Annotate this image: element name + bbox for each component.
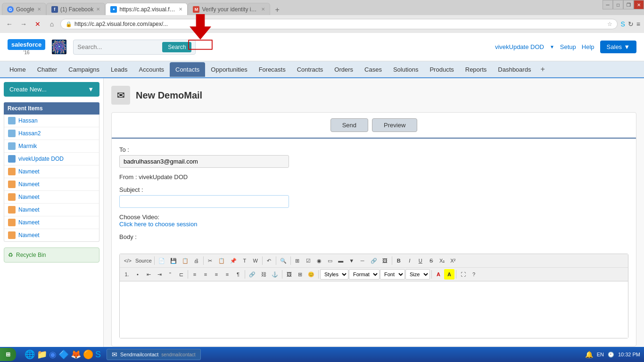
div-button[interactable]: ⊏ <box>176 269 186 280</box>
nav-item-home[interactable]: Home <box>4 62 32 77</box>
tab-salesforce[interactable]: ● https://c.ap2.visual.force... ✕ <box>105 3 188 15</box>
recent-item-navneet6[interactable]: Navneet <box>4 229 99 241</box>
nav-item-accounts[interactable]: Accounts <box>133 62 170 77</box>
subject-input[interactable] <box>119 195 289 208</box>
checkbox-button[interactable]: ☑ <box>303 255 314 266</box>
nav-item-chatter[interactable]: Chatter <box>32 62 63 77</box>
insert-link-button[interactable]: 🔗 <box>247 269 258 280</box>
tab-gmail-close[interactable]: ✕ <box>261 7 265 12</box>
user-name-link[interactable]: vivekUpdate DOD <box>495 43 544 50</box>
paste-button[interactable]: 📌 <box>228 255 239 266</box>
nav-item-contracts[interactable]: Contracts <box>291 62 329 77</box>
insert-image-button[interactable]: 🖼 <box>284 269 294 280</box>
print-button[interactable]: 🖨 <box>191 255 202 266</box>
tab-google-close[interactable]: ✕ <box>37 7 41 12</box>
nav-item-forecasts[interactable]: Forecasts <box>253 62 291 77</box>
recent-item-link-navneet5[interactable]: Navneet <box>18 219 40 226</box>
recent-item-hassan[interactable]: Hassan <box>4 115 99 127</box>
editor-body[interactable] <box>120 281 628 338</box>
recent-item-link-hassan2[interactable]: Hassan2 <box>18 130 41 137</box>
search-input[interactable] <box>77 43 162 50</box>
stop-button[interactable]: ✕ <box>32 18 43 30</box>
fullscreen-button[interactable]: ⛶ <box>458 269 468 280</box>
paste-from-word-button[interactable]: W <box>250 255 261 266</box>
tab-google[interactable]: G Google ✕ <box>2 3 46 15</box>
setup-link[interactable]: Setup <box>560 43 576 50</box>
outdent-button[interactable]: ⇤ <box>143 269 154 280</box>
recent-item-link-navneet1[interactable]: Navneet <box>18 168 40 175</box>
skype-icon[interactable]: S <box>620 20 625 28</box>
to-input[interactable] <box>119 155 289 168</box>
save-as-button[interactable]: 📋 <box>180 255 191 266</box>
tab-facebook[interactable]: f (1) Facebook ✕ <box>46 3 106 15</box>
select-button[interactable]: ▼ <box>347 255 357 266</box>
size-select[interactable]: Size <box>405 269 430 280</box>
refresh-icon[interactable]: ↻ <box>628 20 634 28</box>
recent-item-navneet1[interactable]: Navneet <box>4 165 99 178</box>
recent-item-link-hassan[interactable]: Hassan <box>18 117 38 124</box>
anchor-button[interactable]: ⚓ <box>269 269 281 280</box>
recent-item-link-marmik[interactable]: Marmik <box>18 143 37 149</box>
tab-gmail[interactable]: M Verify your identity in You... ✕ <box>188 3 270 15</box>
forward-button[interactable]: → <box>18 18 29 30</box>
bookmark-star-icon[interactable]: ☆ <box>607 21 612 27</box>
new-tab-button[interactable]: + <box>272 5 282 15</box>
nav-item-orders[interactable]: Orders <box>329 62 359 77</box>
home-button[interactable]: ⌂ <box>46 18 58 30</box>
underline-button[interactable]: U <box>415 255 426 266</box>
close-button[interactable]: ✕ <box>634 0 644 9</box>
help-button[interactable]: ? <box>469 269 479 280</box>
radio-button-tool[interactable]: ◉ <box>314 255 324 266</box>
recent-item-link-vivek[interactable]: vivekUpdate DOD <box>18 156 64 162</box>
textfield-button[interactable]: ▭ <box>325 255 335 266</box>
user-dropdown-icon[interactable]: ▼ <box>550 44 554 49</box>
insert-table-btn2[interactable]: ⊞ <box>295 269 305 280</box>
align-center-button[interactable]: ≡ <box>200 269 211 280</box>
back-button[interactable]: ← <box>4 18 15 30</box>
nav-item-products[interactable]: Products <box>424 62 459 77</box>
minimize-button[interactable]: ─ <box>603 0 613 9</box>
recent-item-vivek[interactable]: vivekUpdate DOD <box>4 153 99 165</box>
rtl-button[interactable]: ¶ <box>233 269 243 280</box>
align-right-button[interactable]: ≡ <box>211 269 222 280</box>
format-select[interactable]: Format <box>349 269 380 280</box>
restore-button[interactable]: ❐ <box>623 0 634 9</box>
blockquote-button[interactable]: " <box>165 269 175 280</box>
cut-button[interactable]: ✂ <box>205 255 215 266</box>
tab-salesforce-close[interactable]: ✕ <box>179 7 182 12</box>
recent-item-navneet3[interactable]: Navneet <box>4 191 99 204</box>
align-left-button[interactable]: ≡ <box>190 269 200 280</box>
nav-item-campaigns[interactable]: Campaigns <box>63 62 105 77</box>
create-new-button[interactable]: Create New... ▼ <box>4 82 99 97</box>
sales-button[interactable]: Sales ▼ <box>600 41 636 53</box>
nav-item-cases[interactable]: Cases <box>359 62 388 77</box>
recent-item-link-navneet3[interactable]: Navneet <box>18 194 40 200</box>
recent-item-link-navneet2[interactable]: Navneet <box>18 181 40 188</box>
nav-item-contacts[interactable]: Contacts <box>170 62 205 77</box>
horizontal-rule-button[interactable]: ─ <box>357 255 368 266</box>
copy-button[interactable]: 📋 <box>216 255 227 266</box>
bg-color-button[interactable]: A <box>444 269 454 280</box>
justify-button[interactable]: ≡ <box>222 269 232 280</box>
nav-item-reports[interactable]: Reports <box>460 62 493 77</box>
choose-session-link[interactable]: Click here to choose session <box>119 221 197 228</box>
subscript-button[interactable]: X₂ <box>437 255 447 266</box>
tab-facebook-close[interactable]: ✕ <box>96 7 100 12</box>
maximize-button[interactable]: □ <box>613 0 623 9</box>
indent-button[interactable]: ⇥ <box>154 269 165 280</box>
textarea-button[interactable]: ▬ <box>336 255 346 266</box>
recent-item-link-navneet6[interactable]: Navneet <box>18 232 40 239</box>
settings-icon[interactable]: ≡ <box>636 20 640 28</box>
recent-item-navneet5[interactable]: Navneet <box>4 216 99 229</box>
link-button[interactable]: 🔗 <box>368 255 380 266</box>
image-button[interactable]: 🖼 <box>380 255 390 266</box>
superscript-button[interactable]: X² <box>448 255 458 266</box>
recent-item-navneet4[interactable]: Navneet <box>4 204 99 216</box>
nav-more-button[interactable]: + <box>537 63 548 75</box>
recent-item-navneet2[interactable]: Navneet <box>4 178 99 191</box>
ol-button[interactable]: 1. <box>122 269 132 280</box>
recent-item-marmik[interactable]: Marmik <box>4 140 99 153</box>
find-button[interactable]: 🔍 <box>278 255 289 266</box>
insert-smiley-button[interactable]: 😊 <box>305 269 317 280</box>
search-button[interactable]: Search <box>162 42 191 52</box>
